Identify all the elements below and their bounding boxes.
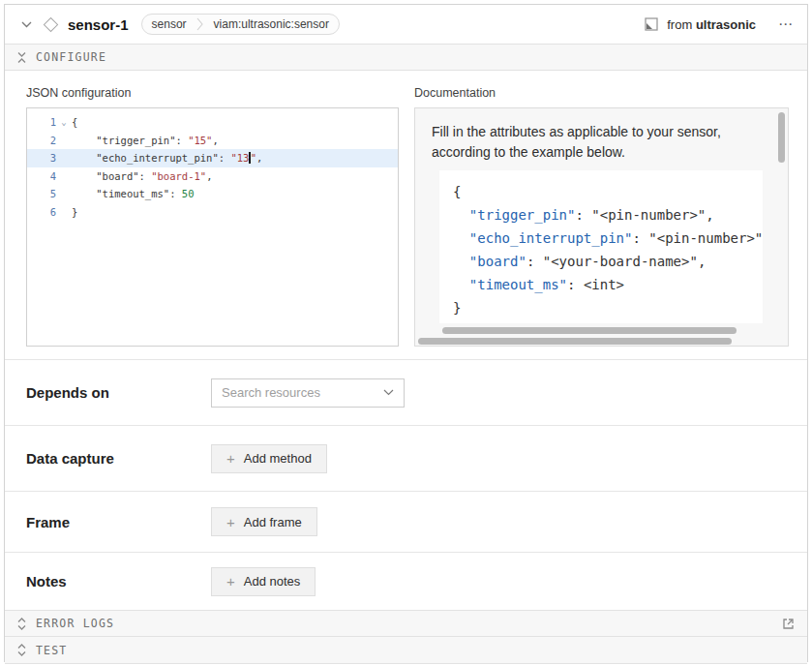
fold-gutter — [56, 203, 72, 222]
add-notes-button[interactable]: + Add notes — [211, 567, 316, 596]
code-text: "board": "board-1", — [72, 167, 398, 186]
component-type-model-badge: sensor viam:ultrasonic:sensor — [141, 14, 340, 35]
module-name: ultrasonic — [696, 17, 756, 32]
editor-line[interactable]: 1⌄{ — [27, 113, 398, 132]
error-logs-section-bar[interactable]: ERROR LOGS — [5, 610, 807, 637]
editor-line[interactable]: 4 "board": "board-1", — [27, 167, 398, 186]
chevron-down-icon — [383, 389, 394, 396]
depends-on-placeholder: Search resources — [222, 385, 383, 400]
json-config-column: JSON configuration 1⌄{2 "trigger_pin": "… — [26, 86, 399, 347]
depends-on-row: Depends on Search resources — [5, 359, 807, 425]
plus-icon: + — [226, 515, 235, 529]
frame-label: Frame — [26, 514, 211, 530]
expand-section-icon — [17, 644, 26, 656]
code-text: "trigger_pin": "15", — [72, 132, 398, 150]
component-name: sensor-1 — [68, 16, 129, 33]
doc-code-line: "timeout_ms": <int> — [453, 273, 763, 296]
test-section-bar[interactable]: TEST — [5, 637, 807, 664]
documentation-code-example: { "trigger_pin": "<pin-number>", "echo_i… — [439, 170, 763, 323]
doc-vertical-scrollbar[interactable] — [778, 112, 785, 163]
expand-section-icon — [17, 618, 26, 630]
component-settings-rows: Depends on Search resources Data capture… — [5, 359, 807, 610]
component-header: sensor-1 sensor viam:ultrasonic:sensor f… — [5, 5, 807, 44]
fold-gutter — [56, 185, 72, 203]
code-text: } — [72, 203, 398, 222]
doc-code-line: "board": "<your-board-name>", — [453, 250, 763, 273]
documentation-intro: Fill in the attributes as applicable to … — [415, 108, 788, 163]
doc-code-line: "trigger_pin": "<pin-number>", — [453, 203, 763, 227]
json-editor[interactable]: 1⌄{2 "trigger_pin": "15",3 "echo_interru… — [26, 107, 399, 347]
depends-on-select[interactable]: Search resources — [211, 378, 405, 408]
component-diamond-icon — [44, 16, 59, 32]
error-logs-title: ERROR LOGS — [36, 617, 772, 630]
data-capture-label: Data capture — [26, 450, 211, 467]
configure-title: CONFIGURE — [36, 50, 795, 64]
notes-row: Notes + Add notes — [5, 552, 807, 610]
module-icon — [645, 17, 658, 31]
data-capture-row: Data capture + Add method — [5, 425, 807, 491]
code-text: "echo_interrupt_pin": "13", — [72, 149, 398, 167]
doc-code-line: { — [453, 180, 763, 203]
badge-separator-chevron-icon — [196, 14, 204, 35]
json-config-label: JSON configuration — [26, 86, 399, 100]
line-number: 3 — [27, 149, 56, 167]
line-number: 6 — [27, 203, 56, 222]
editor-line[interactable]: 2 "trigger_pin": "15", — [27, 132, 398, 150]
documentation-panel: Fill in the attributes as applicable to … — [414, 107, 789, 347]
add-frame-button[interactable]: + Add frame — [211, 507, 317, 536]
fold-gutter — [56, 149, 72, 167]
code-text: "timeout_ms": 50 — [72, 185, 398, 203]
code-horizontal-scrollbar[interactable] — [442, 327, 737, 334]
plus-icon: + — [226, 451, 235, 466]
fold-chevron-icon[interactable]: ⌄ — [56, 113, 72, 132]
collapse-component-button[interactable] — [18, 16, 34, 32]
editor-line[interactable]: 5 "timeout_ms": 50 — [27, 185, 398, 203]
documentation-label: Documentation — [414, 86, 789, 100]
model-badge: viam:ultrasonic:sensor — [204, 17, 339, 31]
configure-content: JSON configuration 1⌄{2 "trigger_pin": "… — [5, 71, 807, 347]
line-number: 1 — [27, 113, 56, 132]
chevron-down-icon — [21, 21, 32, 28]
fold-gutter — [56, 132, 72, 150]
notes-label: Notes — [26, 573, 211, 589]
frame-row: Frame + Add frame — [5, 491, 807, 552]
from-module-label: from ultrasonic — [667, 17, 756, 32]
component-card: sensor-1 sensor viam:ultrasonic:sensor f… — [4, 4, 808, 662]
doc-horizontal-scrollbar[interactable] — [418, 338, 732, 345]
configure-section-bar[interactable]: CONFIGURE — [5, 44, 807, 71]
line-number: 4 — [27, 167, 56, 186]
editor-line[interactable]: 6} — [27, 203, 398, 222]
fold-gutter — [56, 167, 72, 186]
test-title: TEST — [36, 644, 795, 657]
line-number: 2 — [27, 132, 56, 150]
add-method-button[interactable]: + Add method — [211, 444, 327, 473]
type-badge: sensor — [142, 17, 196, 31]
doc-code-line: } — [453, 296, 763, 319]
line-number: 5 — [27, 185, 56, 203]
open-external-icon[interactable] — [782, 618, 795, 630]
documentation-column: Documentation Fill in the attributes as … — [414, 86, 789, 347]
collapse-section-icon — [17, 51, 26, 64]
plus-icon: + — [226, 574, 235, 589]
depends-on-label: Depends on — [26, 384, 211, 401]
code-text: { — [72, 113, 398, 132]
editor-line[interactable]: 3 "echo_interrupt_pin": "13", — [27, 149, 398, 167]
doc-code-line: "echo_interrupt_pin": "<pin-number>" — [453, 227, 763, 250]
component-menu-button[interactable]: ⋯ — [778, 19, 794, 29]
